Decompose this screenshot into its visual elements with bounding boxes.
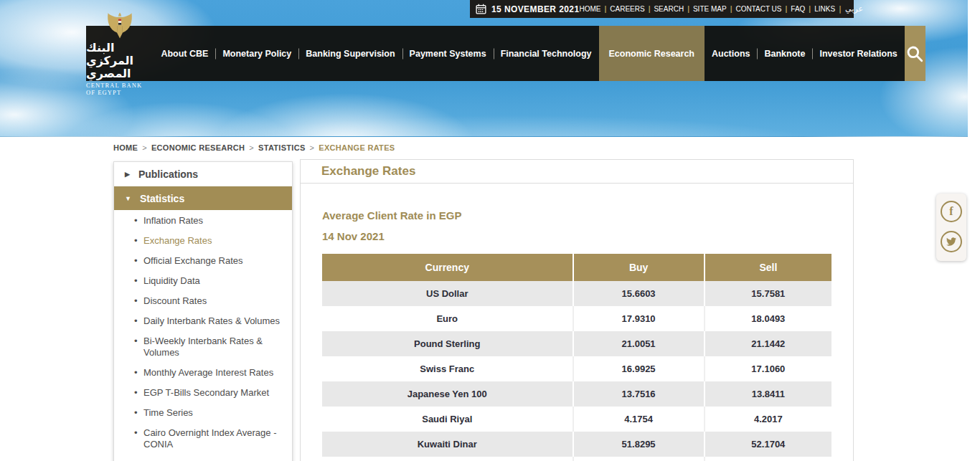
page-title: Exchange Rates (301, 160, 853, 184)
sidebar-link[interactable]: Daily Interbank Rates & Volumes (134, 315, 285, 327)
breadcrumb-item[interactable]: HOME (113, 143, 138, 152)
logo-english-text: CENTRAL BANK OF EGYPT (86, 82, 154, 96)
utility-link[interactable]: LINKS (805, 5, 835, 13)
sidebar-link[interactable]: Inflation Rates (134, 215, 285, 227)
buy-cell: 16.9925 (573, 356, 705, 381)
sidebar-section-label: Publications (138, 168, 198, 180)
utility-links: HOMECAREERSSEARCHSITE MAPCONTACT USFAQLI… (579, 4, 863, 14)
twitter-button[interactable] (941, 231, 962, 252)
utility-link[interactable]: SEARCH (645, 5, 684, 13)
breadcrumb-item[interactable]: ECONOMIC RESEARCH (138, 143, 245, 152)
currency-cell: UAE Dirham (322, 457, 573, 461)
sell-cell: 21.1442 (705, 331, 831, 356)
sell-cell: 15.7581 (705, 281, 831, 306)
search-button[interactable] (905, 26, 925, 81)
table-body: US Dollar 15.6603 15.7581 Euro 17.9310 1… (322, 281, 831, 461)
cbe-eagle-icon (106, 12, 133, 41)
chevron-down-icon: ▼ (125, 195, 131, 202)
utility-link[interactable]: CAREERS (600, 5, 644, 13)
nav-menu-item[interactable]: Banknote (757, 26, 812, 81)
table-row: Swiss Franc 16.9925 17.1060 (322, 356, 831, 381)
twitter-icon (946, 237, 956, 247)
buy-cell: 21.0051 (573, 331, 705, 356)
nav-menu-item[interactable]: Financial Technology (494, 26, 599, 81)
sidebar-menu: ▶ Publications ▼ Statistics Inflation Ra… (113, 161, 293, 461)
sell-cell: 52.1704 (705, 432, 831, 457)
current-date-label: 15 NOVEMBER 2021 (491, 4, 579, 14)
nav-menu-item[interactable]: Investor Relations (812, 26, 904, 81)
cbe-logo[interactable]: البنك المركزي المصري CENTRAL BANK OF EGY… (86, 26, 154, 81)
sidebar-link[interactable]: Exchange Rates (134, 235, 285, 247)
buy-cell: 4.2635 (573, 457, 705, 461)
utility-topbar: 15 NOVEMBER 2021 HOMECAREERSSEARCHSITE M… (470, 0, 854, 18)
rates-subtitle: Average Client Rate in EGP (322, 209, 831, 222)
buy-cell: 4.1754 (573, 407, 705, 432)
utility-link[interactable]: HOME (579, 5, 600, 13)
table-header-row: CurrencyBuySell (322, 254, 831, 281)
utility-link[interactable]: CONTACT US (727, 5, 782, 13)
table-header-cell: Buy (573, 254, 705, 281)
sidebar-section-label: Statistics (140, 193, 184, 204)
calendar-icon (476, 4, 486, 14)
sidebar-link[interactable]: Monthly Average Interest Rates (134, 367, 285, 379)
sell-cell: 4.2017 (705, 407, 831, 432)
buy-cell: 13.7516 (573, 381, 705, 407)
sidebar-section-statistics[interactable]: ▼ Statistics (114, 186, 292, 210)
main-navigation-bar: البنك المركزي المصري CENTRAL BANK OF EGY… (86, 26, 925, 81)
chevron-right-icon: ▶ (125, 171, 130, 178)
table-row: Japanese Yen 100 13.7516 13.8411 (322, 381, 831, 407)
currency-cell: Saudi Riyal (322, 407, 573, 432)
facebook-icon: f (949, 206, 953, 217)
table-header-cell: Sell (705, 254, 831, 281)
buy-cell: 17.9310 (573, 306, 705, 331)
nav-menu-item[interactable]: Payment Systems (402, 26, 494, 81)
sidebar-link[interactable]: Time Series (134, 407, 285, 419)
main-body: Average Client Rate in EGP 14 Nov 2021 C… (301, 184, 853, 461)
table-row: Kuwaiti Dinar 51.8295 52.1704 (322, 432, 831, 457)
currency-cell: Pound Sterling (322, 331, 573, 356)
currency-cell: US Dollar (322, 281, 573, 306)
table-row: Euro 17.9310 18.0493 (322, 306, 831, 331)
sell-cell: 4.2904 (705, 457, 831, 461)
sell-cell: 17.1060 (705, 356, 831, 381)
sell-cell: 13.8411 (705, 381, 831, 407)
main-content-panel: Exchange Rates Average Client Rate in EG… (300, 159, 854, 461)
facebook-button[interactable]: f (941, 201, 962, 222)
nav-menu-item[interactable]: About CBE (154, 26, 215, 81)
table-row: US Dollar 15.6603 15.7581 (322, 281, 831, 306)
nav-menu: About CBEMonetary PolicyBanking Supervis… (154, 26, 904, 81)
currency-cell: Kuwaiti Dinar (322, 432, 573, 457)
sidebar-link[interactable]: Discount Rates (134, 295, 285, 307)
utility-link[interactable]: عربي (835, 4, 863, 14)
currency-cell: Swiss Franc (322, 356, 573, 381)
nav-menu-item[interactable]: Economic Research (599, 26, 705, 81)
table-row: UAE Dirham 4.2635 4.2904 (322, 457, 831, 461)
currency-cell: Japanese Yen 100 (322, 381, 573, 407)
breadcrumb: HOMEECONOMIC RESEARCHSTATISTICSEXCHANGE … (113, 143, 395, 152)
currency-cell: Euro (322, 306, 573, 331)
table-row: Pound Sterling 21.0051 21.1442 (322, 331, 831, 356)
nav-menu-item[interactable]: Banking Supervision (298, 26, 402, 81)
logo-arabic-text: البنك المركزي المصري (86, 42, 154, 80)
buy-cell: 15.6603 (573, 281, 705, 306)
nav-menu-item[interactable]: Monetary Policy (215, 26, 298, 81)
social-share-panel: f (936, 194, 966, 261)
sidebar-link[interactable]: EGP T-Bills Secondary Market (134, 387, 285, 399)
nav-menu-item[interactable]: Auctions (705, 26, 757, 81)
table-header-cell: Currency (322, 254, 573, 281)
breadcrumb-item[interactable]: STATISTICS (245, 143, 305, 152)
date-display: 15 NOVEMBER 2021 (476, 4, 579, 14)
sidebar-section-publications[interactable]: ▶ Publications (114, 162, 292, 186)
utility-link[interactable]: SITE MAP (684, 5, 727, 13)
sidebar-link[interactable]: Cairo Overnight Index Average - CONIA (134, 427, 285, 450)
utility-link[interactable]: FAQ (782, 5, 806, 13)
sidebar-link[interactable]: Official Exchange Rates (134, 255, 285, 267)
sidebar-link[interactable]: Bi-Weekly Interbank Rates & Volumes (134, 336, 285, 358)
sell-cell: 18.0493 (705, 306, 831, 331)
table-row: Saudi Riyal 4.1754 4.2017 (322, 407, 831, 432)
buy-cell: 51.8295 (573, 432, 705, 457)
sidebar-links: Inflation RatesExchange RatesOfficial Ex… (114, 215, 292, 461)
rates-date: 14 Nov 2021 (322, 230, 831, 242)
breadcrumb-item[interactable]: EXCHANGE RATES (306, 143, 395, 152)
sidebar-link[interactable]: Liquidity Data (134, 275, 285, 287)
